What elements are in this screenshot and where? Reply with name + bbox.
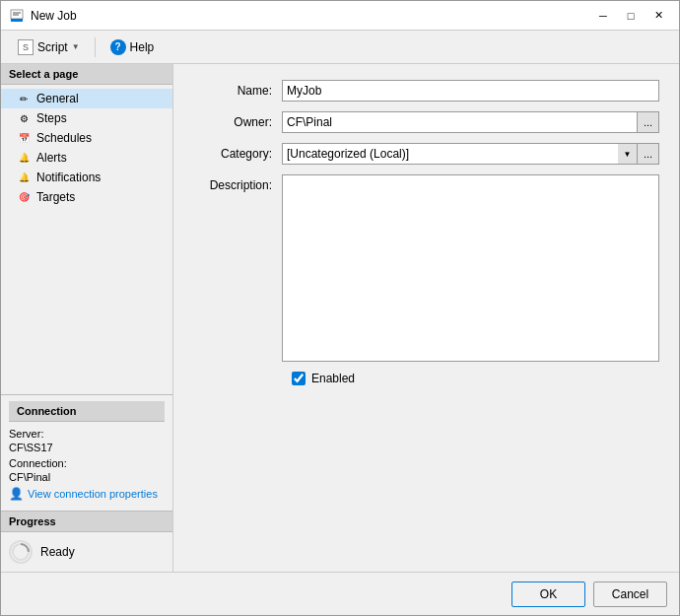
server-label: Server: — [9, 428, 165, 440]
alerts-icon — [17, 151, 31, 165]
owner-input[interactable] — [282, 111, 638, 133]
progress-title: Progress — [1, 511, 172, 532]
script-icon: S — [18, 39, 34, 55]
enabled-row: Enabled — [193, 372, 659, 385]
name-row: Name: — [193, 80, 659, 102]
sidebar-item-steps[interactable]: Steps — [1, 108, 172, 128]
sidebar-nav: General Steps Schedules Alerts Notificat… — [1, 85, 172, 211]
help-button[interactable]: ? Help — [102, 35, 164, 59]
sidebar-item-targets[interactable]: Targets — [1, 187, 172, 207]
enabled-checkbox-label[interactable]: Enabled — [292, 372, 355, 385]
steps-icon — [17, 111, 31, 125]
dialog-window: New Job ─ □ ✕ S Script ▼ ? Help Select a… — [0, 0, 680, 616]
footer: OK Cancel — [1, 572, 679, 615]
minimize-button[interactable]: ─ — [590, 5, 616, 27]
sidebar-item-label-steps: Steps — [36, 111, 67, 125]
progress-spinner — [9, 540, 33, 564]
sidebar-item-notifications[interactable]: Notifications — [1, 168, 172, 187]
schedules-icon — [17, 131, 31, 145]
owner-browse-button[interactable]: ... — [638, 111, 659, 133]
name-input[interactable] — [282, 80, 659, 102]
connection-label: Connection: — [9, 457, 165, 469]
form-panel: Name: Owner: ... Category: [Uncategorize… — [173, 64, 679, 572]
dialog-icon — [9, 8, 25, 24]
description-textarea[interactable] — [282, 174, 659, 362]
cancel-button[interactable]: Cancel — [593, 582, 667, 607]
script-label: Script — [37, 40, 68, 54]
connection-title: Connection — [9, 401, 165, 422]
close-button[interactable]: ✕ — [646, 5, 671, 27]
category-input-group: [Uncategorized (Local)] ▼ ... — [282, 143, 659, 165]
sidebar-bottom: Connection Server: CF\SS17 Connection: C… — [1, 394, 172, 572]
view-connection-text: View connection properties — [28, 488, 158, 500]
main-content: Select a page General Steps Schedules Al… — [1, 64, 679, 572]
sidebar-item-label-notifications: Notifications — [36, 171, 101, 184]
dialog-title: New Job — [31, 9, 590, 23]
owner-input-group: ... — [282, 111, 659, 133]
toolbar: S Script ▼ ? Help — [1, 31, 679, 64]
general-icon — [17, 92, 31, 105]
select-page-title: Select a page — [1, 64, 172, 85]
sidebar-item-label-targets: Targets — [36, 190, 75, 204]
category-select[interactable]: [Uncategorized (Local)] — [282, 143, 638, 165]
category-row: Category: [Uncategorized (Local)] ▼ ... — [193, 143, 659, 165]
script-button[interactable]: S Script ▼ — [9, 35, 89, 59]
sidebar-spacer — [1, 211, 172, 394]
maximize-button[interactable]: □ — [618, 5, 644, 27]
description-row: Description: — [193, 174, 659, 362]
sidebar-item-label-schedules: Schedules — [36, 131, 92, 145]
sidebar-item-general[interactable]: General — [1, 89, 172, 108]
sidebar-item-alerts[interactable]: Alerts — [1, 148, 172, 168]
name-label: Name: — [193, 84, 282, 98]
targets-icon — [17, 190, 31, 204]
connection-link-icon: 👤 — [9, 487, 24, 501]
owner-label: Owner: — [193, 115, 282, 129]
progress-status: Ready — [40, 545, 75, 559]
script-chevron-icon: ▼ — [72, 42, 80, 51]
sidebar-item-schedules[interactable]: Schedules — [1, 128, 172, 148]
description-label: Description: — [193, 178, 282, 192]
enabled-label-text: Enabled — [311, 372, 355, 385]
help-label: Help — [130, 40, 155, 54]
notifications-icon — [17, 171, 31, 184]
view-connection-link[interactable]: 👤 View connection properties — [9, 487, 165, 501]
title-bar-controls: ─ □ ✕ — [590, 5, 671, 27]
connection-value: CF\Pinal — [9, 471, 165, 483]
title-bar: New Job ─ □ ✕ — [1, 1, 679, 31]
help-icon: ? — [110, 39, 126, 55]
category-select-wrapper: [Uncategorized (Local)] ▼ — [282, 143, 638, 165]
category-browse-button[interactable]: ... — [638, 143, 659, 165]
sidebar-item-label-general: General — [36, 92, 79, 105]
category-label: Category: — [193, 147, 282, 161]
owner-row: Owner: ... — [193, 111, 659, 133]
svg-rect-1 — [11, 19, 23, 22]
sidebar-item-label-alerts: Alerts — [36, 151, 67, 165]
toolbar-divider — [95, 37, 96, 57]
enabled-checkbox[interactable] — [292, 372, 306, 385]
progress-content: Ready — [1, 532, 172, 572]
connection-section: Connection Server: CF\SS17 Connection: C… — [1, 395, 172, 511]
ok-button[interactable]: OK — [511, 582, 585, 607]
sidebar: Select a page General Steps Schedules Al… — [1, 64, 173, 572]
server-value: CF\SS17 — [9, 442, 165, 453]
